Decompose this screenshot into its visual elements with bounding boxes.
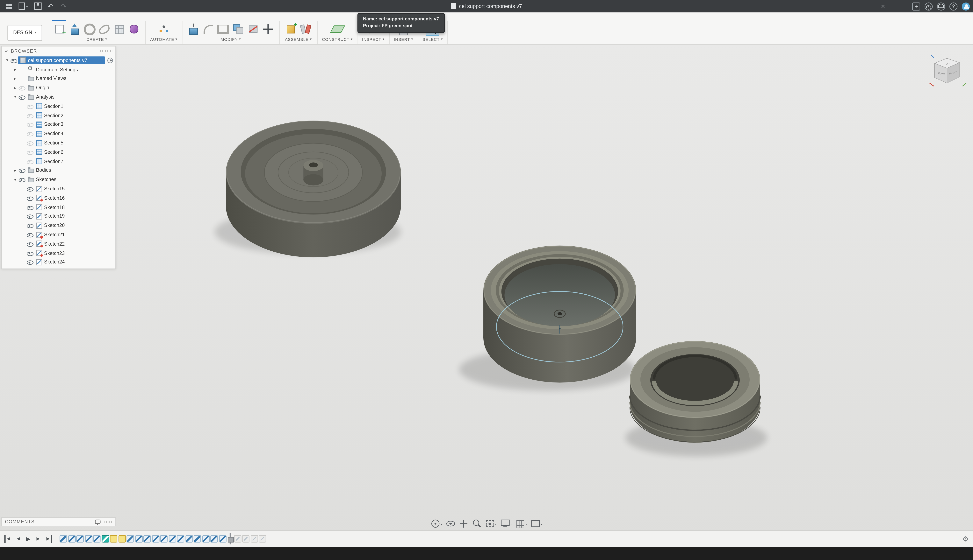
browser-node[interactable]: Sketch23 bbox=[34, 249, 113, 257]
tab-sheet-metal[interactable] bbox=[93, 17, 107, 21]
expander-icon[interactable] bbox=[12, 168, 18, 172]
chevron-down-icon[interactable] bbox=[495, 522, 497, 525]
go-to-beginning-button[interactable] bbox=[4, 535, 12, 543]
browser-row-sketch21[interactable]: Sketch21 bbox=[2, 230, 115, 239]
activate-component-radio[interactable] bbox=[107, 58, 113, 63]
browser-node[interactable]: Document Settings bbox=[26, 66, 113, 73]
split-body-button[interactable] bbox=[246, 22, 260, 36]
browser-row-sketches[interactable]: Sketches bbox=[2, 175, 115, 184]
timeline-feature[interactable] bbox=[76, 535, 84, 542]
browser-node[interactable]: Sketches bbox=[26, 176, 113, 183]
sweep-button[interactable] bbox=[97, 22, 111, 36]
timeline-feature[interactable] bbox=[93, 535, 100, 542]
visibility-eye-icon[interactable] bbox=[26, 149, 33, 155]
browser-node[interactable]: Sketch21 bbox=[34, 231, 113, 238]
visibility-eye-icon[interactable] bbox=[26, 112, 33, 119]
undo-icon[interactable] bbox=[45, 1, 57, 11]
timeline-feature[interactable] bbox=[185, 535, 193, 542]
timeline-feature[interactable] bbox=[211, 535, 218, 542]
save-icon[interactable] bbox=[32, 1, 43, 11]
timeline-feature[interactable] bbox=[135, 535, 142, 542]
browser-row-analysis[interactable]: Analysis bbox=[2, 93, 115, 102]
view-cube[interactable]: TOP FRONT RIGHT bbox=[928, 51, 968, 92]
job-status-icon[interactable] bbox=[925, 2, 933, 10]
expander-icon[interactable] bbox=[12, 95, 18, 99]
browser-node[interactable]: Sketch19 bbox=[34, 213, 113, 220]
timeline-feature[interactable] bbox=[202, 535, 209, 542]
move-copy-button[interactable] bbox=[261, 22, 275, 36]
close-tab-icon[interactable] bbox=[878, 0, 888, 12]
visibility-eye-icon[interactable] bbox=[18, 94, 25, 100]
timeline-feature[interactable] bbox=[160, 535, 167, 542]
display-settings-button[interactable] bbox=[500, 519, 512, 528]
browser-row-origin[interactable]: Origin bbox=[2, 83, 115, 93]
timeline-feature[interactable] bbox=[60, 535, 67, 542]
create-sketch-button[interactable] bbox=[53, 22, 66, 36]
joint-button[interactable] bbox=[299, 22, 313, 36]
browser-node[interactable]: Sketch20 bbox=[34, 222, 113, 229]
browser-row-sketch24[interactable]: Sketch24 bbox=[2, 258, 115, 267]
visibility-eye-icon[interactable] bbox=[18, 167, 25, 174]
look-at-button[interactable] bbox=[446, 519, 455, 528]
browser-node[interactable]: Analysis bbox=[26, 94, 113, 100]
expander-icon[interactable] bbox=[12, 67, 18, 72]
timeline-feature[interactable] bbox=[234, 535, 241, 542]
notifications-bell-icon[interactable] bbox=[937, 2, 945, 10]
browser-node[interactable]: Named Views bbox=[26, 75, 113, 82]
browser-row-section7[interactable]: Section7 bbox=[2, 157, 115, 166]
browser-node[interactable]: Section6 bbox=[34, 148, 113, 156]
browser-row-section4[interactable]: Section4 bbox=[2, 129, 115, 138]
browser-row-sketch18[interactable]: Sketch18 bbox=[2, 203, 115, 212]
browser-node[interactable]: Sketch16 bbox=[34, 194, 113, 202]
visibility-eye-icon[interactable] bbox=[26, 103, 33, 110]
timeline-feature[interactable] bbox=[251, 535, 258, 542]
browser-node[interactable]: Section7 bbox=[34, 158, 113, 165]
timeline-feature[interactable] bbox=[169, 535, 176, 542]
tab-solid[interactable] bbox=[52, 17, 66, 21]
help-icon[interactable] bbox=[950, 2, 958, 10]
fillet-button[interactable] bbox=[202, 22, 215, 36]
browser-row-section2[interactable]: Section2 bbox=[2, 111, 115, 120]
timeline-feature[interactable] bbox=[110, 535, 117, 542]
group-label-insert[interactable]: INSERT bbox=[394, 37, 413, 42]
design-workspace-dropdown[interactable]: DESIGN bbox=[7, 25, 42, 41]
timeline-settings-gear-icon[interactable] bbox=[963, 535, 968, 543]
browser-node[interactable]: Section5 bbox=[34, 139, 113, 147]
browser-node[interactable]: Section3 bbox=[34, 121, 113, 128]
group-label-automate[interactable]: AUTOMATE bbox=[150, 37, 177, 42]
browser-row-sketch22[interactable]: Sketch22 bbox=[2, 239, 115, 248]
step-back-button[interactable] bbox=[14, 535, 22, 543]
browser-row-sketch19[interactable]: Sketch19 bbox=[2, 212, 115, 221]
comments-panel[interactable]: COMMENTS bbox=[1, 517, 116, 527]
visibility-eye-icon[interactable] bbox=[18, 85, 25, 92]
go-to-end-button[interactable] bbox=[44, 535, 52, 543]
browser-row-section6[interactable]: Section6 bbox=[2, 148, 115, 157]
new-component-button[interactable] bbox=[284, 22, 298, 36]
group-label-modify[interactable]: MODIFY bbox=[221, 37, 241, 42]
timeline-feature[interactable] bbox=[152, 535, 159, 542]
browser-row-sketch15[interactable]: Sketch15 bbox=[2, 184, 115, 193]
panel-grip-icon[interactable] bbox=[100, 50, 112, 52]
visibility-eye-icon[interactable] bbox=[26, 240, 33, 247]
visibility-eye-icon[interactable] bbox=[26, 204, 33, 211]
timeline-feature[interactable] bbox=[177, 535, 184, 542]
expander-icon[interactable] bbox=[4, 58, 10, 62]
user-avatar[interactable] bbox=[962, 2, 970, 10]
browser-node[interactable]: Origin bbox=[26, 85, 113, 92]
group-label-inspect[interactable]: INSPECT bbox=[362, 37, 385, 42]
create-form-button[interactable] bbox=[127, 22, 141, 36]
visibility-eye-icon[interactable] bbox=[18, 176, 25, 183]
grid-and-snaps-button[interactable] bbox=[515, 519, 527, 528]
expander-icon[interactable] bbox=[12, 178, 18, 182]
tab-surface[interactable] bbox=[66, 17, 79, 21]
browser-node[interactable]: Bodies bbox=[26, 167, 113, 174]
browser-node[interactable]: Section2 bbox=[34, 112, 113, 119]
browser-row-section1[interactable]: Section1 bbox=[2, 102, 115, 111]
redo-icon[interactable] bbox=[58, 1, 70, 11]
3d-viewport[interactable] bbox=[0, 0, 973, 547]
fit-button[interactable] bbox=[485, 519, 497, 528]
zoom-button[interactable] bbox=[472, 519, 481, 528]
visibility-eye-icon[interactable] bbox=[26, 222, 33, 229]
timeline-feature[interactable] bbox=[118, 535, 125, 542]
tab-plastic[interactable] bbox=[107, 17, 120, 21]
